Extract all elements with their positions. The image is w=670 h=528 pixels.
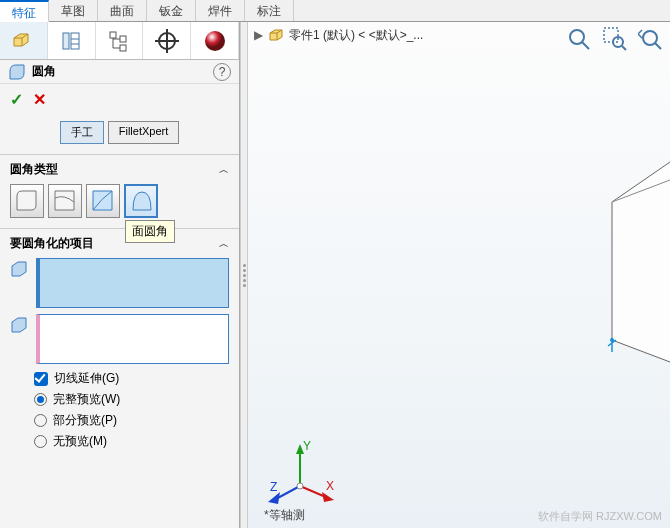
mode-target-tab[interactable] [143, 22, 191, 59]
faceset-1-list[interactable] [36, 258, 229, 308]
svg-text:Z: Z [270, 480, 277, 494]
svg-rect-0 [63, 33, 69, 49]
fillet-icon [8, 63, 26, 81]
mode-appearance-tab[interactable] [191, 22, 239, 59]
tab-weldment[interactable]: 焊件 [196, 0, 245, 21]
zoom-area-icon[interactable] [602, 26, 628, 52]
part-3d-model [610, 162, 670, 362]
chevron-up-icon[interactable]: ︿ [219, 237, 229, 251]
fillet-type-face[interactable] [86, 184, 120, 218]
view-name: *等轴测 [264, 507, 305, 524]
feature-header: 圆角 ? [0, 60, 239, 84]
svg-rect-5 [120, 36, 126, 42]
manual-button[interactable]: 手工 [60, 121, 104, 144]
svg-point-28 [297, 483, 303, 489]
no-preview-option[interactable]: 无预览(M) [34, 433, 229, 450]
type-tooltip: 面圆角 [125, 220, 175, 243]
mode-config-tab[interactable] [48, 22, 96, 59]
svg-rect-4 [110, 32, 116, 38]
chevron-up-icon[interactable]: ︿ [219, 163, 229, 177]
sphere-icon [202, 28, 228, 54]
viewport[interactable]: ▶ 零件1 (默认) < <默认>_... Y X [248, 22, 670, 528]
confirm-row: ✓ ✕ [0, 84, 239, 115]
fillet-type-section: 圆角类型 ︿ 面圆角 [0, 154, 239, 228]
svg-marker-23 [322, 492, 334, 502]
svg-point-16 [643, 31, 657, 45]
method-row: 手工 FilletXpert [0, 115, 239, 154]
tangent-label: 切线延伸(G) [54, 370, 119, 387]
tangent-option[interactable]: 切线延伸(G) [34, 370, 229, 387]
no-preview-label: 无预览(M) [53, 433, 107, 450]
columns-icon [58, 28, 84, 54]
feature-title: 圆角 [32, 63, 56, 80]
splitter[interactable] [240, 22, 248, 528]
svg-text:Y: Y [303, 439, 311, 453]
ok-button[interactable]: ✓ [10, 90, 23, 109]
fillet-type-title: 圆角类型 ︿ [10, 161, 229, 178]
faceset-2-row [10, 314, 229, 364]
tab-surface[interactable]: 曲面 [98, 0, 147, 21]
svg-line-15 [622, 46, 626, 50]
partial-preview-label: 部分预览(P) [53, 412, 117, 429]
mode-feature-tab[interactable] [0, 22, 48, 59]
filletxpert-button[interactable]: FilletXpert [108, 121, 180, 144]
svg-rect-13 [604, 28, 618, 42]
preview-options: 切线延伸(G) 完整预览(W) 部分预览(P) 无预览(M) [10, 370, 229, 450]
zoom-prev-icon[interactable] [638, 26, 664, 52]
full-preview-option[interactable]: 完整预览(W) [34, 391, 229, 408]
fillet-type-variable[interactable] [48, 184, 82, 218]
fillet-type-full-round[interactable] [124, 184, 158, 218]
property-panel: 圆角 ? ✓ ✕ 手工 FilletXpert 圆角类型 ︿ [0, 22, 240, 528]
svg-line-12 [582, 42, 589, 49]
face-icon [10, 316, 30, 336]
svg-point-11 [570, 30, 584, 44]
radio-icon [34, 393, 47, 406]
chevron-right-icon: ▶ [254, 28, 263, 42]
main-tabs: 特征 草图 曲面 钣金 焊件 标注 [0, 0, 670, 22]
cancel-button[interactable]: ✕ [33, 90, 46, 109]
tab-annotate[interactable]: 标注 [245, 0, 294, 21]
radio-icon [34, 435, 47, 448]
svg-rect-6 [120, 45, 126, 51]
svg-rect-1 [71, 33, 79, 49]
svg-point-18 [610, 338, 614, 342]
radio-icon [34, 414, 47, 427]
mode-tabs [0, 22, 239, 60]
tree-icon [106, 28, 132, 54]
face-icon [10, 260, 30, 280]
items-title: 要圆角化的项目 ︿ [10, 235, 229, 252]
tab-sketch[interactable]: 草图 [49, 0, 98, 21]
fillet-type-label: 圆角类型 [10, 161, 58, 178]
tab-sheetmetal[interactable]: 钣金 [147, 0, 196, 21]
crosshair-icon [154, 28, 180, 54]
breadcrumb-text: 零件1 (默认) < <默认>_... [289, 27, 423, 44]
view-triad-icon: Y X Z [264, 436, 336, 508]
checkbox-icon [34, 372, 48, 386]
full-preview-label: 完整预览(W) [53, 391, 120, 408]
fillet-type-row: 面圆角 [10, 184, 229, 218]
mode-tree-tab[interactable] [96, 22, 144, 59]
feature-tab-icon [10, 28, 36, 54]
view-toolbar [566, 26, 664, 52]
svg-line-17 [655, 43, 661, 49]
items-label: 要圆角化的项目 [10, 235, 94, 252]
partial-preview-option[interactable]: 部分预览(P) [34, 412, 229, 429]
faceset-2-list[interactable] [36, 314, 229, 364]
svg-text:X: X [326, 479, 334, 493]
watermark: 软件自学网 RJZXW.COM [538, 509, 662, 524]
help-button[interactable]: ? [213, 63, 231, 81]
items-section: 要圆角化的项目 ︿ 切线延伸(G) 完整预览(W) [0, 228, 239, 464]
tab-feature[interactable]: 特征 [0, 0, 49, 22]
zoom-fit-icon[interactable] [566, 26, 592, 52]
faceset-1-row [10, 258, 229, 308]
svg-point-10 [205, 31, 225, 51]
fillet-type-constant[interactable] [10, 184, 44, 218]
part-icon [267, 26, 285, 44]
